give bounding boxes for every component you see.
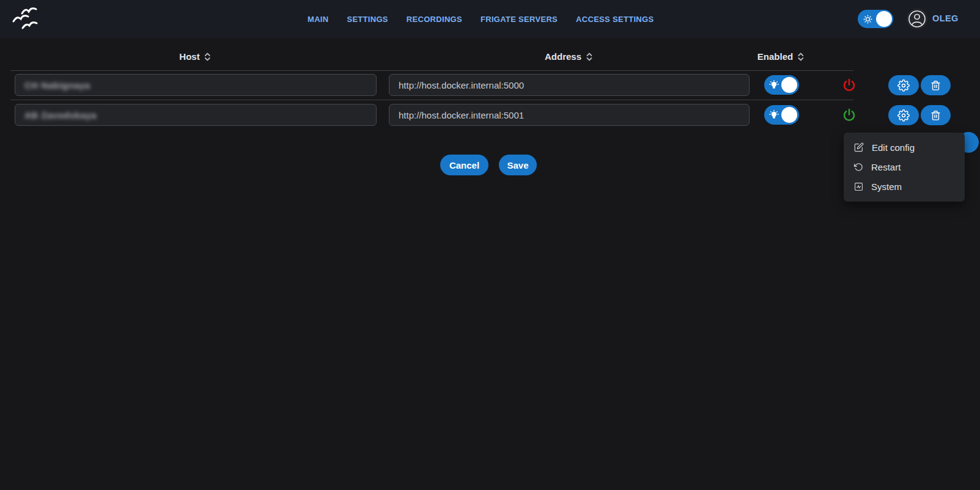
theme-toggle[interactable]: [858, 10, 893, 28]
toggle-knob: [781, 107, 797, 123]
row-divider: [10, 70, 853, 71]
column-header-address-label: Address: [545, 51, 581, 62]
column-header-enabled[interactable]: Enabled: [757, 51, 805, 62]
sort-icon: [204, 52, 212, 62]
main-nav: MAIN SETTINGS RECORDINGS FRIGATE SERVERS…: [308, 0, 654, 38]
menu-item-edit-config[interactable]: Edit config: [844, 137, 965, 157]
person-icon: [908, 10, 926, 28]
column-header-host[interactable]: Host: [179, 51, 212, 62]
app: MAIN SETTINGS RECORDINGS FRIGATE SERVERS…: [0, 0, 980, 490]
column-header-host-label: Host: [179, 51, 199, 62]
settings-button[interactable]: [888, 75, 919, 95]
gear-icon: [897, 79, 910, 92]
host-input[interactable]: CH Nabignaya: [15, 74, 377, 96]
edit-icon: [854, 142, 864, 152]
toggle-knob: [876, 11, 892, 27]
power-status-icon-off: [842, 78, 857, 92]
system-icon: [854, 182, 863, 191]
context-menu: Edit config Restart System: [844, 133, 965, 202]
trash-icon: [930, 80, 941, 91]
host-value-blurred: AB Zavodskaya: [24, 110, 97, 120]
toggle-knob: [781, 77, 797, 93]
nav-link-recordings[interactable]: RECORDINGS: [407, 15, 462, 24]
nav-link-access-settings[interactable]: ACCESS SETTINGS: [576, 15, 654, 24]
column-header-address[interactable]: Address: [545, 51, 594, 62]
username[interactable]: OLEG: [932, 13, 959, 23]
address-input[interactable]: [389, 104, 750, 126]
sun-icon: [863, 15, 872, 24]
settings-button[interactable]: [888, 105, 919, 125]
nav-link-frigate-servers[interactable]: FRIGATE SERVERS: [481, 15, 558, 24]
power-status-icon-on: [842, 108, 857, 122]
bulb-icon: [769, 110, 779, 120]
nav-link-main[interactable]: MAIN: [308, 15, 328, 24]
menu-item-label: Restart: [871, 162, 901, 172]
gear-icon: [897, 109, 910, 122]
sort-icon: [797, 52, 805, 62]
row-divider: [10, 100, 853, 100]
menu-item-system[interactable]: System: [844, 177, 965, 196]
menu-item-label: System: [871, 181, 902, 192]
host-value-blurred: CH Nabignaya: [24, 80, 90, 90]
trash-icon: [930, 110, 941, 121]
delete-button[interactable]: [921, 105, 951, 125]
cancel-button[interactable]: Cancel: [440, 155, 488, 175]
column-header-enabled-label: Enabled: [757, 51, 793, 62]
enabled-toggle[interactable]: [764, 75, 799, 95]
frigate-logo[interactable]: [11, 5, 39, 32]
frigate-birds-icon: [11, 5, 39, 32]
user-avatar[interactable]: [907, 9, 927, 29]
save-button[interactable]: Save: [499, 155, 537, 175]
enabled-toggle[interactable]: [764, 105, 799, 125]
sort-icon: [585, 52, 594, 62]
menu-item-label: Edit config: [872, 142, 915, 153]
nav-link-settings[interactable]: SETTINGS: [347, 15, 388, 24]
host-input[interactable]: AB Zavodskaya: [15, 104, 377, 126]
delete-button[interactable]: [921, 75, 951, 95]
menu-item-restart[interactable]: Restart: [844, 157, 965, 177]
bulb-icon: [769, 80, 779, 90]
address-input[interactable]: [389, 74, 750, 96]
restart-icon: [854, 163, 863, 172]
navbar-right: OLEG: [853, 0, 980, 38]
navbar: MAIN SETTINGS RECORDINGS FRIGATE SERVERS…: [0, 0, 980, 38]
